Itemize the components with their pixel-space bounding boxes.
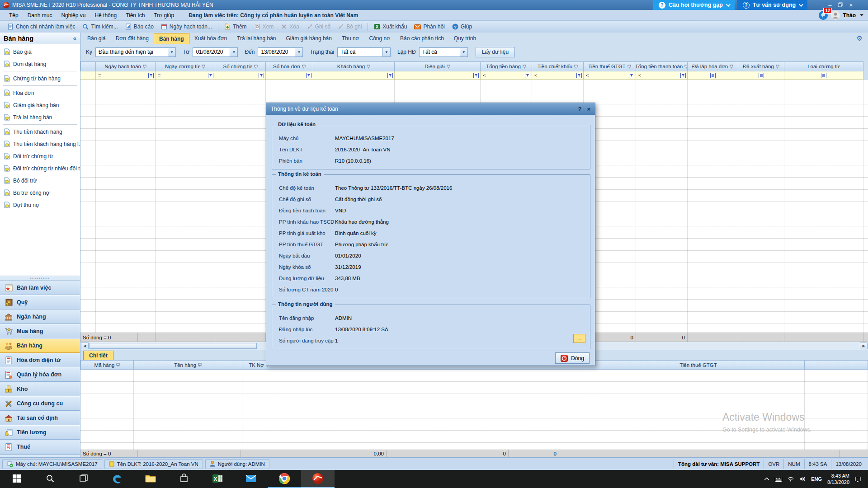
tab-6[interactable]: Giảm giá hàng bán — [281, 33, 337, 44]
toolbar-button-calendar[interactable]: Ngày hạch toán... — [157, 22, 216, 31]
tab-5[interactable]: Trả lại hàng bán — [232, 33, 281, 44]
detail-column-header[interactable]: Tiền thuế GTGT — [592, 360, 805, 370]
dialog-help-button[interactable]: ? — [578, 106, 581, 113]
sidebar-item[interactable]: Thu tiền khách hàng — [0, 126, 80, 138]
toolbar-button-search[interactable]: Tìm kiếm... — [79, 22, 121, 31]
dong-close-button[interactable]: Đóng — [555, 352, 590, 364]
sidebar-module-sales[interactable]: Bán hàng — [0, 338, 80, 353]
dialog-close-button[interactable]: × — [587, 106, 590, 113]
file-explorer-icon[interactable] — [134, 470, 167, 488]
touch-keyboard-icon[interactable] — [775, 477, 782, 482]
sidebar-item[interactable]: Đơn đặt hàng — [0, 58, 80, 70]
sidebar-splitter[interactable]: ▪▪▪▪▪▪▪▪▪ — [0, 276, 80, 281]
tray-expand-icon[interactable] — [764, 477, 769, 481]
filter-check-icon[interactable] — [821, 73, 826, 78]
menu-he-thong[interactable]: Hệ thống — [90, 11, 121, 20]
invoice-select[interactable]: Tất cả▼ — [419, 47, 468, 57]
grid-column-header[interactable]: Số chứng từ — [215, 61, 266, 71]
menu-tep[interactable]: Tệp — [5, 11, 23, 20]
grid-filter-cell[interactable] — [266, 71, 313, 80]
dropdown-arrow-icon[interactable]: ▼ — [295, 48, 302, 56]
funnel-icon[interactable] — [306, 73, 311, 78]
network-icon[interactable] — [788, 477, 794, 482]
funnel-icon[interactable] — [680, 73, 686, 78]
gear-icon[interactable]: ⚙ — [857, 34, 863, 42]
grid-column-header[interactable]: Loại chứng từ — [784, 61, 863, 71]
misa-app-icon[interactable] — [301, 470, 335, 488]
tab-1[interactable]: Báo giá — [82, 33, 111, 44]
tab-chi-tiet[interactable]: Chi tiết — [83, 351, 113, 360]
detail-column-header[interactable]: Tên hàng — [134, 360, 242, 370]
funnel-icon[interactable] — [629, 73, 634, 78]
grid-column-header[interactable]: Khách hàng — [313, 61, 395, 71]
restore-button[interactable] — [838, 2, 843, 9]
grid-filter-cell[interactable] — [313, 71, 395, 80]
grid-column-header[interactable]: Tiền chiết khấu — [532, 61, 584, 71]
dropdown-arrow-icon[interactable]: ▼ — [230, 48, 237, 56]
tab-9[interactable]: Báo cáo phân tích — [395, 33, 449, 44]
grid-filter-cell[interactable] — [688, 71, 738, 80]
toolbar-button-help[interactable]: ?Giúp — [448, 22, 476, 31]
tab-8[interactable]: Công nợ — [364, 33, 395, 44]
sidebar-module-e-invoice[interactable]: Hóa đơn điện tử — [0, 353, 80, 367]
sidebar-item[interactable]: Đối trừ chứng từ nhiều đối t... — [0, 162, 80, 174]
funnel-icon[interactable] — [148, 73, 154, 78]
grid-filter-cell[interactable] — [395, 71, 481, 80]
dropdown-arrow-icon[interactable]: ▼ — [460, 48, 467, 56]
scroll-left-button[interactable]: ◀ — [81, 343, 89, 349]
grid-column-header[interactable]: Diễn giải — [395, 61, 481, 71]
sidebar-item[interactable]: Bỏ đối trừ — [0, 174, 80, 187]
collapse-sidebar-button[interactable]: « — [73, 35, 76, 42]
menu-tien-ich[interactable]: Tiện ích — [121, 11, 149, 20]
toolbar-button-feedback[interactable]: Phản hồi — [410, 22, 448, 31]
sidebar-item[interactable]: Đợt thu nợ — [0, 199, 80, 211]
tab-4[interactable]: Xuất hóa đơn — [189, 33, 232, 44]
sidebar-item[interactable]: Đối trừ chứng từ — [0, 150, 80, 162]
sidebar-module-purchase-cart[interactable]: Mua hàng — [0, 324, 80, 338]
grid-column-header[interactable]: Ngày chứng từ — [156, 61, 215, 71]
from-date-input[interactable]: 01/08/2020▼ — [193, 47, 238, 57]
sidebar-module-tools[interactable]: Công cụ dụng cụ — [0, 396, 80, 411]
grid-filter-cell[interactable] — [784, 71, 863, 80]
sidebar-item[interactable]: Bù trừ công nợ — [0, 187, 80, 199]
grid-column-header[interactable]: Đã lập hóa đơn — [688, 61, 738, 71]
menu-tro-giup[interactable]: Trợ giúp — [149, 11, 179, 20]
grid-column-header[interactable]: Đã xuất hàng — [738, 61, 784, 71]
detail-column-header[interactable]: Mã hàng — [80, 360, 134, 370]
taskbar-clock[interactable]: 8:43 AM 8/13/2020 — [827, 473, 849, 486]
grid-column-header[interactable]: Tổng tiền hàng — [481, 61, 532, 71]
avatar[interactable] — [831, 11, 840, 20]
chrome-icon[interactable] — [268, 470, 301, 488]
speaker-icon[interactable] — [799, 476, 806, 482]
show-desktop-button[interactable] — [866, 470, 868, 488]
task-view-button[interactable] — [67, 470, 100, 488]
sidebar-item[interactable]: Hóa đơn — [0, 87, 80, 99]
grid-column-header[interactable]: Ngày hạch toán — [96, 61, 156, 71]
support-button[interactable]: ? Tư vấn sử dụng — [737, 0, 807, 10]
sidebar-module-invoice-mgmt[interactable]: Quản lý hóa đơn — [0, 367, 80, 382]
sidebar-module-cash-safe[interactable]: $Quỹ — [0, 295, 80, 310]
grid-filter-cell[interactable] — [738, 71, 784, 80]
funnel-icon[interactable] — [259, 73, 264, 78]
grid-column-header[interactable]: Số hóa đơn — [266, 61, 313, 71]
grid-column-header[interactable]: Tiền thuế GTGT — [584, 61, 636, 71]
excel-icon[interactable]: X — [201, 470, 234, 488]
toolbar-button-excel[interactable]: XXuất khẩu — [370, 22, 410, 31]
grid-filter-cell[interactable]: = — [96, 71, 156, 80]
language-indicator[interactable]: ENG — [811, 476, 822, 482]
tab-2[interactable]: Đơn đặt hàng — [111, 33, 154, 44]
grid-filter-cell[interactable]: ≤ — [636, 71, 688, 80]
funnel-icon[interactable] — [525, 73, 530, 78]
toolbar-button-add[interactable]: Thêm — [221, 22, 250, 31]
menu-danh-muc[interactable]: Danh mục — [23, 11, 57, 20]
period-select[interactable]: Đầu tháng đến hiện tại▼ — [95, 47, 176, 57]
sidebar-module-workspace[interactable]: Bàn làm việc — [0, 281, 80, 295]
dropdown-arrow-icon[interactable]: ▼ — [382, 48, 390, 56]
sidebar-module-tax[interactable]: %Thuế — [0, 440, 80, 454]
grid-filter-cell[interactable]: ≤ — [481, 71, 532, 80]
funnel-icon[interactable] — [208, 73, 213, 78]
funnel-icon[interactable] — [387, 73, 393, 78]
edge-icon[interactable] — [100, 470, 134, 488]
microsoft-store-icon[interactable] — [167, 470, 201, 488]
close-button[interactable]: × — [849, 2, 853, 9]
